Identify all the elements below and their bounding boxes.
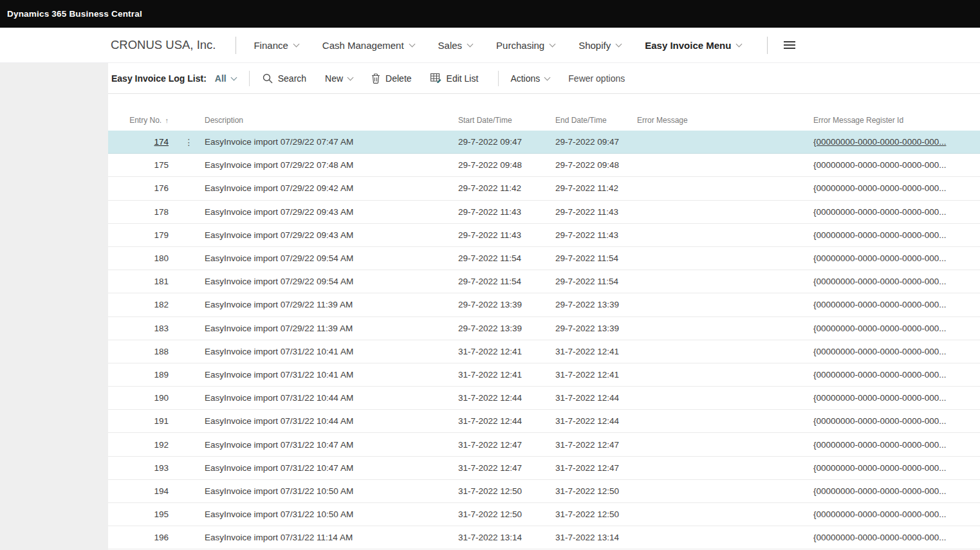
- nav-item-purchasing[interactable]: Purchasing: [496, 40, 555, 51]
- chevron-down-icon: [736, 41, 743, 48]
- company-name[interactable]: CRONUS USA, Inc.: [111, 38, 216, 52]
- column-header-error-message[interactable]: Error Message: [637, 116, 813, 125]
- trash-icon: [371, 73, 380, 84]
- end-datetime-cell: 29-7-2022 11:54: [555, 277, 637, 286]
- row-menu-icon[interactable]: ⋮: [174, 137, 205, 147]
- column-header-end-datetime[interactable]: End Date/Time: [555, 116, 637, 125]
- table-header-row: Entry No. ↑ Description Start Date/Time …: [108, 94, 980, 131]
- entry-no-link[interactable]: 175: [108, 160, 174, 170]
- fewer-options-button[interactable]: Fewer options: [568, 73, 625, 84]
- search-button[interactable]: Search: [263, 73, 306, 84]
- table-row[interactable]: 192 EasyInvoice import 07/31/22 10:47 AM…: [108, 433, 980, 456]
- entry-no-link[interactable]: 178: [108, 207, 174, 217]
- register-id-link[interactable]: {00000000-0000-0000-0000-000...: [813, 533, 980, 542]
- register-id-link[interactable]: {00000000-0000-0000-0000-000...: [813, 183, 980, 193]
- register-id-link[interactable]: {00000000-0000-0000-0000-000...: [813, 207, 980, 217]
- table-row[interactable]: 193 EasyInvoice import 07/31/22 10:47 AM…: [108, 457, 980, 480]
- table-row[interactable]: 178 EasyInvoice import 07/29/22 09:43 AM…: [108, 201, 980, 224]
- entry-no-link[interactable]: 193: [108, 463, 174, 473]
- edit-list-icon: [430, 73, 441, 83]
- actions-button[interactable]: Actions: [510, 73, 550, 84]
- table-row[interactable]: 182 EasyInvoice import 07/29/22 11:39 AM…: [108, 293, 980, 316]
- entry-no-link[interactable]: 182: [108, 300, 174, 309]
- end-datetime-cell: 31-7-2022 12:44: [555, 393, 637, 403]
- edit-list-button[interactable]: Edit List: [430, 73, 479, 84]
- nav-item-finance[interactable]: Finance: [254, 40, 298, 51]
- register-id-link[interactable]: {00000000-0000-0000-0000-000...: [813, 253, 980, 263]
- entry-no-link[interactable]: 179: [108, 230, 174, 240]
- more-menu-icon[interactable]: [783, 41, 796, 50]
- start-datetime-cell: 31-7-2022 12:44: [458, 416, 555, 426]
- entry-no-link[interactable]: 189: [108, 370, 174, 380]
- table-row[interactable]: 188 EasyInvoice import 07/31/22 10:41 AM…: [108, 340, 980, 363]
- register-id-link[interactable]: {00000000-0000-0000-0000-000...: [813, 440, 980, 450]
- table-body: 174 ⋮ EasyInvoice import 07/29/22 07:47 …: [108, 131, 980, 549]
- end-datetime-cell: 31-7-2022 12:50: [555, 486, 637, 496]
- table-row[interactable]: 180 EasyInvoice import 07/29/22 09:54 AM…: [108, 247, 980, 270]
- register-id-link[interactable]: {00000000-0000-0000-0000-000...: [813, 137, 980, 147]
- entry-no-link[interactable]: 191: [108, 416, 174, 426]
- start-datetime-cell: 29-7-2022 11:43: [458, 230, 555, 240]
- entry-no-link[interactable]: 192: [108, 440, 174, 450]
- register-id-link[interactable]: {00000000-0000-0000-0000-000...: [813, 300, 980, 309]
- end-datetime-cell: 29-7-2022 11:42: [555, 183, 637, 193]
- register-id-link[interactable]: {00000000-0000-0000-0000-000...: [813, 230, 980, 240]
- delete-button[interactable]: Delete: [371, 73, 411, 84]
- table-row[interactable]: 176 EasyInvoice import 07/29/22 09:42 AM…: [108, 177, 980, 200]
- table-row[interactable]: 191 EasyInvoice import 07/31/22 10:44 AM…: [108, 410, 980, 433]
- register-id-link[interactable]: {00000000-0000-0000-0000-000...: [813, 509, 980, 519]
- description-cell: EasyInvoice import 07/29/22 09:43 AM: [205, 230, 458, 240]
- table-row[interactable]: 174 ⋮ EasyInvoice import 07/29/22 07:47 …: [108, 131, 980, 154]
- register-id-link[interactable]: {00000000-0000-0000-0000-000...: [813, 393, 980, 403]
- entry-no-link[interactable]: 194: [108, 486, 174, 496]
- register-id-link[interactable]: {00000000-0000-0000-0000-000...: [813, 370, 980, 380]
- top-navigation: CRONUS USA, Inc. Finance Cash Management…: [0, 28, 980, 63]
- entry-no-link[interactable]: 181: [108, 277, 174, 286]
- table-row[interactable]: 195 EasyInvoice import 07/31/22 10:50 AM…: [108, 503, 980, 526]
- register-id-link[interactable]: {00000000-0000-0000-0000-000...: [813, 463, 980, 473]
- start-datetime-cell: 31-7-2022 12:47: [458, 463, 555, 473]
- nav-item-cash-management[interactable]: Cash Management: [322, 40, 414, 51]
- column-header-error-message-register-id[interactable]: Error Message Register Id: [813, 116, 980, 125]
- nav-item-sales[interactable]: Sales: [438, 40, 473, 51]
- register-id-link[interactable]: {00000000-0000-0000-0000-000...: [813, 277, 980, 286]
- entry-no-link[interactable]: 180: [108, 253, 174, 263]
- description-cell: EasyInvoice import 07/29/22 07:47 AM: [205, 137, 458, 147]
- entry-no-link[interactable]: 190: [108, 393, 174, 403]
- register-id-link[interactable]: {00000000-0000-0000-0000-000...: [813, 486, 980, 496]
- entry-no-link[interactable]: 183: [108, 324, 174, 333]
- entry-no-link[interactable]: 196: [108, 533, 174, 542]
- register-id-link[interactable]: {00000000-0000-0000-0000-000...: [813, 347, 980, 356]
- table-row[interactable]: 196 EasyInvoice import 07/31/22 11:14 AM…: [108, 526, 980, 549]
- table-row[interactable]: 181 EasyInvoice import 07/29/22 09:54 AM…: [108, 270, 980, 293]
- table-row[interactable]: 183 EasyInvoice import 07/29/22 11:39 AM…: [108, 317, 980, 340]
- description-cell: EasyInvoice import 07/29/22 09:54 AM: [205, 277, 458, 286]
- nav-item-shopify[interactable]: Shopify: [578, 40, 621, 51]
- end-datetime-cell: 31-7-2022 12:50: [555, 509, 637, 519]
- column-header-entry-no[interactable]: Entry No. ↑: [108, 116, 174, 125]
- table-row[interactable]: 175 EasyInvoice import 07/29/22 07:48 AM…: [108, 154, 980, 177]
- chevron-down-icon: [230, 74, 237, 80]
- new-button[interactable]: New: [325, 73, 353, 84]
- chevron-down-icon: [347, 74, 354, 80]
- nav-item-easy-invoice-menu[interactable]: Easy Invoice Menu: [645, 40, 741, 51]
- column-header-description[interactable]: Description: [205, 116, 458, 125]
- entry-no-link[interactable]: 188: [108, 347, 174, 356]
- table-row[interactable]: 179 EasyInvoice import 07/29/22 09:43 AM…: [108, 224, 980, 247]
- entry-no-link[interactable]: 176: [108, 183, 174, 193]
- table-row[interactable]: 194 EasyInvoice import 07/31/22 10:50 AM…: [108, 480, 980, 503]
- start-datetime-cell: 31-7-2022 12:50: [458, 486, 555, 496]
- table-row[interactable]: 189 EasyInvoice import 07/31/22 10:41 AM…: [108, 363, 980, 387]
- divider: [249, 71, 250, 86]
- end-datetime-cell: 29-7-2022 11:54: [555, 253, 637, 263]
- divider: [767, 37, 768, 54]
- column-header-start-datetime[interactable]: Start Date/Time: [458, 116, 555, 125]
- entry-no-link[interactable]: 195: [108, 509, 174, 519]
- register-id-link[interactable]: {00000000-0000-0000-0000-000...: [813, 324, 980, 333]
- entry-no-link[interactable]: 174: [108, 137, 174, 147]
- register-id-link[interactable]: {00000000-0000-0000-0000-000...: [813, 160, 980, 170]
- view-filter-dropdown[interactable]: All: [215, 73, 236, 84]
- end-datetime-cell: 31-7-2022 12:47: [555, 440, 637, 450]
- register-id-link[interactable]: {00000000-0000-0000-0000-000...: [813, 416, 980, 426]
- table-row[interactable]: 190 EasyInvoice import 07/31/22 10:44 AM…: [108, 387, 980, 410]
